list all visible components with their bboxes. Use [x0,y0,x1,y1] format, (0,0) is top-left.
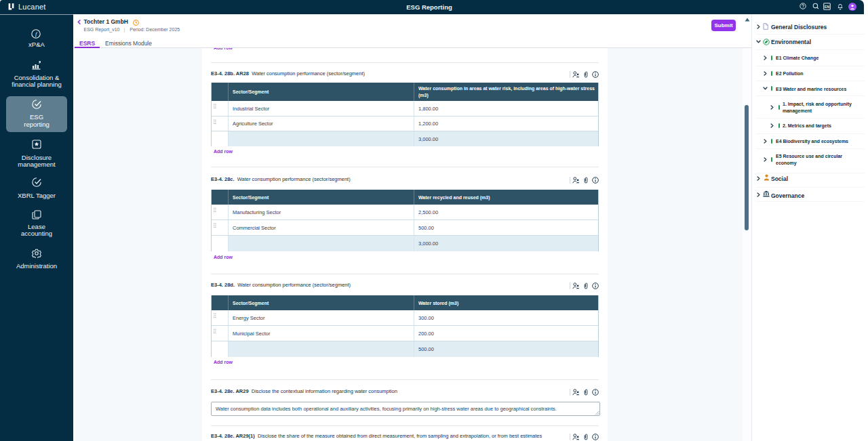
svg-text:EN: EN [825,5,830,9]
svg-text:f: f [35,30,38,37]
